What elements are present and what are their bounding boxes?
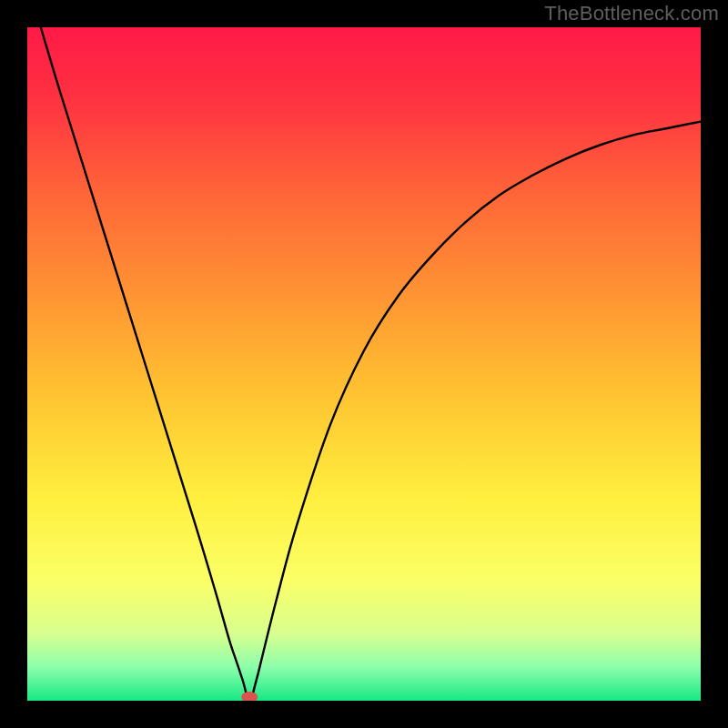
watermark-label: TheBottleneck.com: [544, 2, 719, 25]
chart-svg: [27, 27, 701, 701]
chart-background: [27, 27, 701, 701]
plot-area: [27, 27, 701, 701]
chart-container: TheBottleneck.com: [0, 0, 728, 728]
